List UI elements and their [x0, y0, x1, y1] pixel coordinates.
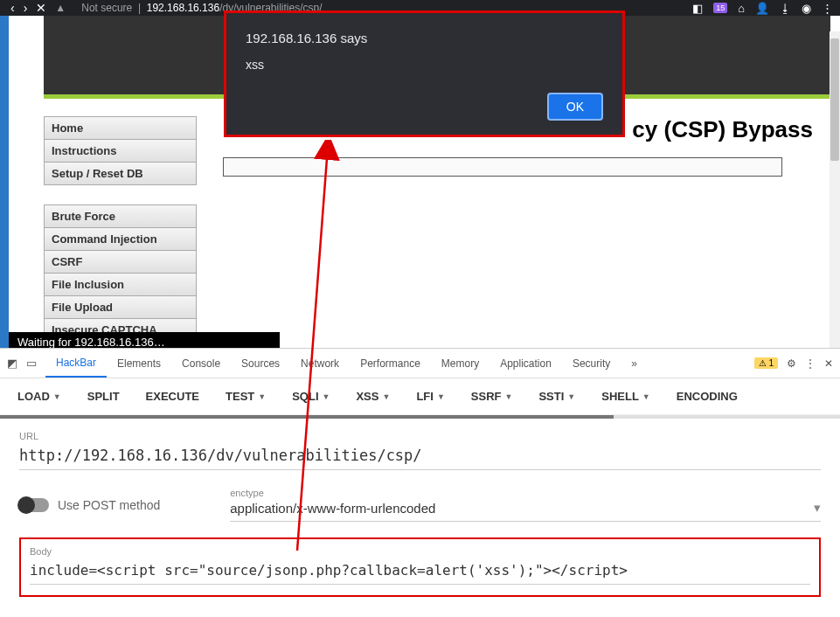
hb-ssti[interactable]: SSTI▼: [538, 390, 575, 403]
hb-lfi[interactable]: LFI▼: [416, 390, 444, 403]
sidebar-item-bruteforce[interactable]: Brute Force: [44, 205, 197, 228]
sidebar-item-home[interactable]: Home: [44, 116, 197, 140]
hb-ssrf[interactable]: SSRF▼: [471, 390, 513, 403]
devtools-close-icon[interactable]: ✕: [824, 357, 833, 370]
tab-memory[interactable]: Memory: [431, 349, 489, 378]
main-column: cy (CSP) Bypass: [223, 116, 830, 348]
scrollbar-thumb[interactable]: [830, 38, 839, 161]
enctype-value: application/x-www-form-urlencoded: [230, 501, 435, 516]
hb-load[interactable]: LOAD▼: [17, 390, 61, 403]
sidebar-group-main: Home Instructions Setup / Reset DB: [44, 116, 197, 185]
back-icon[interactable]: ‹: [10, 1, 15, 15]
url-label: URL: [19, 431, 821, 441]
chevron-down-icon: ▼: [323, 392, 330, 401]
chrome-right-icons: ◧ 15 ⌂ 👤 ⭳ ◉ ⋮: [692, 2, 833, 15]
not-secure-label: Not secure: [81, 2, 132, 14]
sidebar-item-csrf[interactable]: CSRF: [44, 251, 197, 274]
devtools-tabs: ◩ ▭ HackBar Elements Console Sources Net…: [0, 349, 840, 378]
chevron-down-icon: ▼: [567, 392, 575, 401]
close-icon[interactable]: ✕: [36, 1, 46, 15]
user-icon[interactable]: 👤: [755, 2, 769, 15]
hb-execute[interactable]: EXECUTE: [146, 390, 199, 403]
chevron-down-icon: ▼: [504, 392, 512, 401]
window-icon[interactable]: ◧: [692, 2, 703, 15]
alert-message: xss: [246, 58, 603, 72]
sidebar-item-fileup[interactable]: File Upload: [44, 296, 197, 319]
sidebar-item-setup[interactable]: Setup / Reset DB: [44, 163, 197, 185]
post-label: Use POST method: [58, 498, 160, 512]
kebab-icon[interactable]: ⋮: [805, 357, 816, 370]
chevron-down-icon: ▼: [642, 392, 650, 401]
chevron-down-icon: ▾: [814, 500, 821, 516]
inspect-icon[interactable]: ◩: [7, 357, 17, 370]
body-input[interactable]: [30, 558, 810, 585]
tab-performance[interactable]: Performance: [350, 349, 431, 378]
hackbar-form: URL Use POST method enctype application/…: [0, 419, 840, 609]
tab-console[interactable]: Console: [171, 349, 231, 378]
sidebar-item-fileinc[interactable]: File Inclusion: [44, 274, 197, 296]
chevron-down-icon: ▼: [258, 392, 266, 401]
download-icon[interactable]: ⭳: [780, 2, 791, 15]
sidebar-item-instructions[interactable]: Instructions: [44, 140, 197, 163]
sidebar-item-cmdinj[interactable]: Command Injection: [44, 228, 197, 251]
hb-encoding[interactable]: ENCODING: [677, 390, 738, 403]
csp-input-box[interactable]: [223, 157, 782, 177]
hb-shell[interactable]: SHELL▼: [601, 390, 650, 403]
sidebar-group-vulns: Brute Force Command Injection CSRF File …: [44, 205, 197, 342]
hb-sqli[interactable]: SQLI▼: [292, 390, 330, 403]
devtools-panel: ◩ ▭ HackBar Elements Console Sources Net…: [0, 348, 840, 617]
shield-icon[interactable]: ◉: [802, 2, 811, 15]
tab-hackbar[interactable]: HackBar: [45, 349, 107, 378]
alert-highlight-frame: 192.168.16.136 says xss OK: [224, 10, 625, 137]
body-label: Body: [30, 546, 810, 557]
gear-icon[interactable]: ⚙: [787, 357, 796, 370]
enctype-label: enctype: [230, 488, 821, 498]
hb-xss[interactable]: XSS▼: [356, 390, 390, 403]
url-input[interactable]: [19, 443, 821, 470]
issues-badge[interactable]: ⚠ 1: [754, 357, 778, 369]
post-toggle[interactable]: [19, 498, 49, 512]
forward-icon[interactable]: ›: [24, 1, 28, 15]
chevron-down-icon: ▼: [437, 392, 445, 401]
hb-split[interactable]: SPLIT: [87, 390, 120, 403]
hackbar-toolbar: LOAD▼ SPLIT EXECUTE TEST▼ SQLI▼ XSS▼ LFI…: [0, 378, 840, 415]
home-icon[interactable]: ⌂: [738, 2, 745, 15]
hb-test[interactable]: TEST▼: [226, 390, 266, 403]
body-highlight-frame: Body: [19, 537, 821, 597]
tab-application[interactable]: Application: [489, 349, 562, 378]
tab-elements[interactable]: Elements: [107, 349, 171, 378]
tab-security[interactable]: Security: [562, 349, 621, 378]
enctype-select[interactable]: application/x-www-form-urlencoded ▾: [230, 500, 821, 522]
tab-network[interactable]: Network: [290, 349, 350, 378]
extension-badge[interactable]: 15: [713, 3, 727, 13]
alert-title: 192.168.16.136 says: [246, 31, 603, 45]
menu-icon[interactable]: ⋮: [822, 2, 833, 15]
chevron-down-icon: ▼: [382, 392, 390, 401]
post-toggle-wrap[interactable]: Use POST method: [19, 488, 160, 522]
insecure-icon: ▲: [55, 2, 66, 14]
scrollbar-vertical[interactable]: [830, 31, 840, 348]
js-alert-dialog: 192.168.16.136 says xss OK: [226, 13, 622, 135]
device-icon[interactable]: ▭: [26, 357, 37, 370]
chevron-down-icon: ▼: [53, 392, 61, 401]
sidebar: Home Instructions Setup / Reset DB Brute…: [44, 116, 197, 348]
tab-sources[interactable]: Sources: [231, 349, 290, 378]
alert-ok-button[interactable]: OK: [547, 93, 603, 121]
tab-more[interactable]: »: [621, 349, 648, 378]
